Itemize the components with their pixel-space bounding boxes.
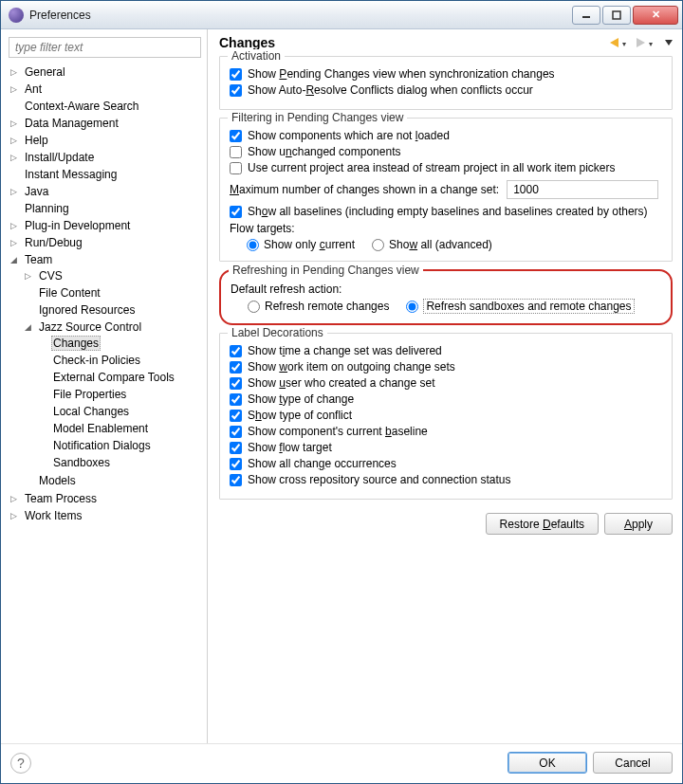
minimize-button[interactable] xyxy=(572,6,600,25)
apply-button[interactable]: Apply xyxy=(604,513,673,535)
radio-refresh-remote[interactable] xyxy=(248,301,260,313)
tree-item-context-aware[interactable]: ▷Context-Aware Search xyxy=(9,99,201,114)
forward-dropdown-icon[interactable]: ▾ xyxy=(649,40,655,46)
chk-show-pending[interactable] xyxy=(230,68,242,81)
tree-item-general[interactable]: ▷General xyxy=(9,64,201,80)
radio-refresh-sandbox-remote[interactable] xyxy=(406,301,418,313)
tree-item-work-items[interactable]: ▷Work Items xyxy=(9,508,201,523)
tree-item-sandboxes[interactable]: ▷Sandboxes xyxy=(37,455,201,470)
footer: ? OK Cancel xyxy=(1,743,682,783)
chk-time-delivered[interactable] xyxy=(230,345,242,357)
tree-item-instant-messaging[interactable]: ▷Instant Messaging xyxy=(9,167,201,182)
tree-item-notification-dialogs[interactable]: ▷Notification Dialogs xyxy=(37,438,201,453)
page-title: Changes xyxy=(219,35,610,50)
group-activation: Activation Show Pending Changes view whe… xyxy=(219,56,673,110)
tree-item-local-changes[interactable]: ▷Local Changes xyxy=(37,404,201,419)
max-changes-input[interactable] xyxy=(507,180,658,199)
chk-type-conflict[interactable] xyxy=(230,410,242,422)
titlebar[interactable]: Preferences ✕ xyxy=(1,1,682,29)
tree-item-file-properties[interactable]: ▷File Properties xyxy=(37,387,201,402)
flow-targets-label: Flow targets: xyxy=(230,222,662,235)
group-refreshing-legend: Refreshing in Pending Changes view xyxy=(229,264,423,277)
chk-work-item[interactable] xyxy=(230,361,242,374)
default-refresh-label: Default refresh action: xyxy=(231,283,661,296)
back-dropdown-icon[interactable]: ▾ xyxy=(622,40,629,46)
tree-item-external-compare[interactable]: ▷External Compare Tools xyxy=(37,370,201,385)
svg-rect-1 xyxy=(613,11,620,19)
chk-all-occurrences[interactable] xyxy=(230,458,242,470)
restore-defaults-button[interactable]: Restore Defaults xyxy=(486,513,599,535)
preferences-window: Preferences ✕ ▷General ▷Ant ▷Context-Awa… xyxy=(0,0,683,784)
chk-use-current-project[interactable] xyxy=(230,162,242,174)
tree-item-changes[interactable]: ▷Changes xyxy=(37,336,201,351)
ok-button[interactable]: OK xyxy=(508,752,587,774)
tree-item-team-process[interactable]: ▷Team Process xyxy=(9,491,201,506)
help-icon[interactable]: ? xyxy=(10,753,31,774)
group-filtering-legend: Filtering in Pending Changes view xyxy=(228,111,407,124)
chk-not-loaded[interactable] xyxy=(230,130,242,142)
chk-flow-target[interactable] xyxy=(230,442,242,454)
view-menu-icon[interactable] xyxy=(665,40,673,46)
radio-flow-all[interactable] xyxy=(372,239,384,251)
tree-item-java[interactable]: ▷Java xyxy=(9,184,201,199)
chk-cross-repo[interactable] xyxy=(230,474,242,486)
chk-type-change[interactable] xyxy=(230,393,242,406)
group-activation-legend: Activation xyxy=(228,49,285,63)
forward-icon[interactable] xyxy=(637,38,645,47)
cancel-button[interactable]: Cancel xyxy=(593,752,673,774)
close-button[interactable]: ✕ xyxy=(633,6,678,25)
tree-item-plugin-dev[interactable]: ▷Plug-in Development xyxy=(9,218,201,233)
group-label-decorations-legend: Label Decorations xyxy=(228,326,327,339)
group-label-decorations: Label Decorations Show time a change set… xyxy=(219,333,673,500)
filter-input[interactable] xyxy=(9,37,201,58)
group-filtering: Filtering in Pending Changes view Show c… xyxy=(219,118,673,262)
tree-item-models[interactable]: ▷Models xyxy=(23,473,201,488)
tree-item-ignored-resources[interactable]: ▷Ignored Resources xyxy=(23,302,201,318)
tree-item-planning[interactable]: ▷Planning xyxy=(9,201,201,216)
chk-show-all-baselines[interactable] xyxy=(230,206,242,218)
chk-user-created[interactable] xyxy=(230,377,242,390)
tree-item-run-debug[interactable]: ▷Run/Debug xyxy=(9,235,201,250)
tree-item-jazz-source-control[interactable]: ◢Jazz Source Control xyxy=(23,319,201,335)
preferences-tree[interactable]: ▷General ▷Ant ▷Context-Aware Search ▷Dat… xyxy=(9,64,201,743)
chk-unchanged[interactable] xyxy=(230,146,242,158)
tree-item-file-content[interactable]: ▷File Content xyxy=(23,285,201,301)
tree-item-data-management[interactable]: ▷Data Management xyxy=(9,116,201,131)
tree-item-team[interactable]: ◢Team xyxy=(9,252,201,267)
chk-show-autoresolve[interactable] xyxy=(230,84,242,97)
eclipse-icon xyxy=(9,8,24,23)
tree-item-help[interactable]: ▷Help xyxy=(9,133,201,148)
window-title: Preferences xyxy=(29,9,570,22)
sidebar: ▷General ▷Ant ▷Context-Aware Search ▷Dat… xyxy=(1,29,208,743)
chk-component-baseline[interactable] xyxy=(230,426,242,438)
tree-item-model-enablement[interactable]: ▷Model Enablement xyxy=(37,421,201,436)
back-icon[interactable] xyxy=(610,38,618,47)
tree-item-checkin-policies[interactable]: ▷Check-in Policies xyxy=(37,353,201,368)
group-refreshing: Refreshing in Pending Changes view Defau… xyxy=(219,269,673,325)
radio-flow-current[interactable] xyxy=(247,239,259,251)
maximize-button[interactable] xyxy=(602,6,631,25)
tree-item-install-update[interactable]: ▷Install/Update xyxy=(9,150,201,165)
tree-item-cvs[interactable]: ▷CVS xyxy=(23,268,201,283)
main-panel: Changes ▾ ▾ Activation Show Pending Chan… xyxy=(208,29,682,743)
tree-item-ant[interactable]: ▷Ant xyxy=(9,82,201,97)
